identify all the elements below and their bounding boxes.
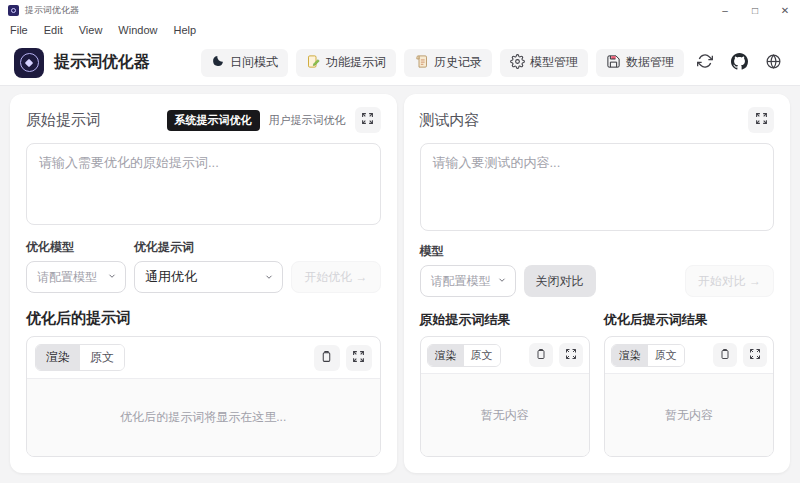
page-title: 提示词优化器 bbox=[54, 52, 150, 73]
mode-tab-system-prompt[interactable]: 系统提示词优化 bbox=[167, 110, 260, 131]
floppy-disk-icon bbox=[606, 54, 621, 72]
menu-view[interactable]: View bbox=[71, 22, 111, 38]
menu-help[interactable]: Help bbox=[165, 22, 204, 38]
view-mode-tabs: 渲染 原文 bbox=[35, 344, 125, 371]
theme-toggle-button[interactable]: 日间模式 bbox=[201, 49, 288, 77]
gear-icon bbox=[510, 54, 525, 72]
app-header: 提示词优化器 日间模式 功能提示词 历史记录 模型管理 数据管理 bbox=[0, 40, 800, 86]
test-panel: 测试内容 模型 请配置模型 关闭对比 开始对比 → 原始提示词结果 bbox=[404, 94, 791, 473]
refresh-icon bbox=[697, 53, 713, 72]
optimized-result-column: 优化后提示词结果 渲染 原文 bbox=[604, 311, 774, 457]
test-content-title: 测试内容 bbox=[420, 111, 480, 130]
start-optimize-button[interactable]: 开始优化 → bbox=[291, 261, 380, 293]
optimized-result-panel: 渲染 原文 暂无内容 bbox=[604, 336, 774, 457]
copy-icon bbox=[719, 348, 731, 363]
optimized-result-title: 优化后提示词结果 bbox=[604, 311, 774, 329]
fullscreen-icon bbox=[352, 350, 365, 366]
tab-source[interactable]: 原文 bbox=[648, 345, 684, 366]
start-compare-button[interactable]: 开始对比 → bbox=[685, 265, 774, 297]
data-management-button[interactable]: 数据管理 bbox=[596, 49, 684, 77]
view-mode-tabs: 渲染 原文 bbox=[611, 344, 685, 367]
model-management-label: 模型管理 bbox=[530, 54, 578, 71]
test-model-select[interactable]: 请配置模型 bbox=[420, 265, 516, 297]
optimized-result-placeholder: 暂无内容 bbox=[605, 373, 773, 456]
chevron-down-icon bbox=[107, 270, 117, 284]
fullscreen-icon bbox=[565, 348, 577, 363]
copy-icon bbox=[535, 348, 547, 363]
original-prompt-input[interactable] bbox=[26, 143, 381, 225]
titlebar: 提示词优化器 – □ ✕ bbox=[0, 0, 800, 20]
expand-original-prompt-button[interactable] bbox=[355, 107, 381, 133]
optimize-model-value: 请配置模型 bbox=[37, 269, 97, 286]
history-label: 历史记录 bbox=[434, 54, 482, 71]
original-prompt-title: 原始提示词 bbox=[26, 111, 101, 130]
close-button[interactable]: ✕ bbox=[770, 0, 800, 20]
main-content: 原始提示词 系统提示词优化 用户提示词优化 优化模型 优化提示词 请配置模型 通… bbox=[0, 86, 800, 483]
menu-file[interactable]: File bbox=[2, 22, 36, 38]
optimize-model-select[interactable]: 请配置模型 bbox=[26, 261, 126, 293]
test-content-input[interactable] bbox=[420, 143, 775, 231]
view-mode-tabs: 渲染 原文 bbox=[427, 344, 501, 367]
test-model-label: 模型 bbox=[420, 243, 444, 260]
optimize-model-label: 优化模型 bbox=[26, 239, 134, 256]
scroll-icon bbox=[414, 54, 429, 72]
optimize-template-label: 优化提示词 bbox=[134, 239, 194, 256]
tab-render[interactable]: 渲染 bbox=[36, 345, 80, 370]
original-result-title: 原始提示词结果 bbox=[420, 311, 590, 329]
history-button[interactable]: 历史记录 bbox=[404, 49, 492, 77]
test-model-value: 请配置模型 bbox=[431, 273, 491, 290]
header-actions: 日间模式 功能提示词 历史记录 模型管理 数据管理 bbox=[201, 49, 786, 77]
github-icon bbox=[731, 53, 748, 73]
moon-icon bbox=[211, 54, 225, 71]
original-result-placeholder: 暂无内容 bbox=[421, 373, 589, 456]
github-button[interactable] bbox=[726, 49, 752, 77]
document-edit-icon bbox=[306, 54, 321, 72]
tab-render[interactable]: 渲染 bbox=[428, 345, 464, 366]
original-result-column: 原始提示词结果 渲染 原文 bbox=[420, 311, 590, 457]
minimize-button[interactable]: – bbox=[710, 0, 740, 20]
app-logo bbox=[14, 48, 44, 78]
mode-tab-user-prompt[interactable]: 用户提示词优化 bbox=[269, 113, 346, 128]
window-title: 提示词优化器 bbox=[25, 4, 79, 17]
optimized-prompt-placeholder: 优化后的提示词将显示在这里... bbox=[27, 378, 380, 456]
optimized-prompt-title: 优化后的提示词 bbox=[26, 309, 381, 328]
refresh-button[interactable] bbox=[692, 49, 718, 77]
expand-optimized-prompt-button[interactable] bbox=[346, 345, 372, 371]
expand-original-result-button[interactable] bbox=[559, 343, 583, 367]
language-button[interactable] bbox=[760, 49, 786, 77]
globe-icon bbox=[765, 53, 782, 73]
model-management-button[interactable]: 模型管理 bbox=[500, 49, 588, 77]
fullscreen-icon bbox=[361, 112, 374, 128]
expand-optimized-result-button[interactable] bbox=[743, 343, 767, 367]
prompt-panel: 原始提示词 系统提示词优化 用户提示词优化 优化模型 优化提示词 请配置模型 通… bbox=[10, 94, 397, 473]
copy-optimized-prompt-button[interactable] bbox=[314, 345, 340, 371]
optimize-template-value: 通用优化 bbox=[145, 268, 197, 286]
copy-original-result-button[interactable] bbox=[529, 343, 553, 367]
menu-window[interactable]: Window bbox=[110, 22, 165, 38]
tab-render[interactable]: 渲染 bbox=[612, 345, 648, 366]
data-management-label: 数据管理 bbox=[626, 54, 674, 71]
original-result-panel: 渲染 原文 暂无内容 bbox=[420, 336, 590, 457]
menubar: File Edit View Window Help bbox=[0, 20, 800, 40]
fullscreen-icon bbox=[749, 348, 761, 363]
function-prompts-button[interactable]: 功能提示词 bbox=[296, 49, 396, 77]
maximize-button[interactable]: □ bbox=[740, 0, 770, 20]
tab-source[interactable]: 原文 bbox=[464, 345, 500, 366]
optimized-prompt-panel: 渲染 原文 优化后的提示词将显示在这里... bbox=[26, 336, 381, 457]
theme-toggle-label: 日间模式 bbox=[230, 54, 278, 71]
menu-edit[interactable]: Edit bbox=[36, 22, 71, 38]
compare-toggle-button[interactable]: 关闭对比 bbox=[524, 265, 596, 297]
function-prompts-label: 功能提示词 bbox=[326, 54, 386, 71]
app-window-icon bbox=[8, 5, 19, 16]
optimize-template-select[interactable]: 通用优化 bbox=[134, 261, 283, 293]
chevron-down-icon bbox=[264, 270, 274, 285]
fullscreen-icon bbox=[755, 112, 768, 128]
expand-test-content-button[interactable] bbox=[748, 107, 774, 133]
copy-icon bbox=[320, 350, 333, 366]
chevron-down-icon bbox=[497, 274, 507, 288]
copy-optimized-result-button[interactable] bbox=[713, 343, 737, 367]
tab-source[interactable]: 原文 bbox=[80, 345, 124, 370]
